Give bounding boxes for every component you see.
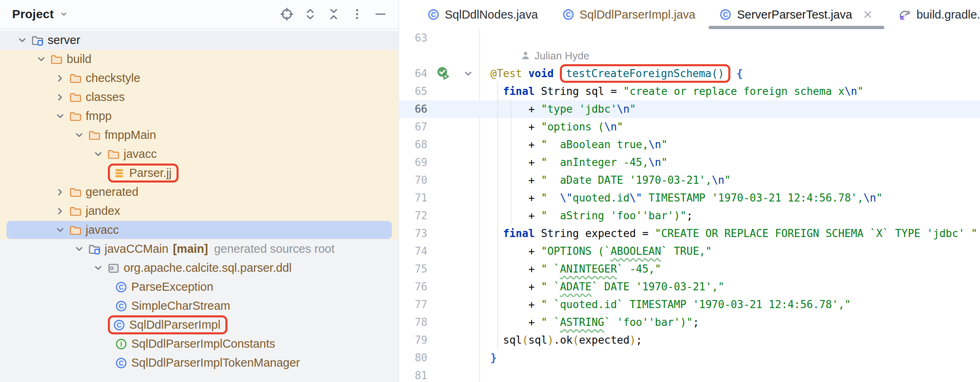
code-line-75[interactable]: 75 + " `ANINTEGER` -45," [399,260,980,278]
code-line-80[interactable]: 80} [399,349,980,367]
chevron-down-icon[interactable] [16,34,28,46]
tree-row-content: Parser.jj [111,166,179,180]
code-line-67[interactable]: 67 + "options (\n" [399,118,980,136]
folder-icon [107,148,120,160]
code-area[interactable]: 63Julian Hyde64@Test void testCreateFore… [399,29,980,382]
tab-sqlddlnodes-java[interactable]: CSqlDdlNodes.java [415,0,550,29]
chevron-right-icon[interactable] [54,205,66,217]
fold-icon [327,8,340,21]
close-tab-icon[interactable] [862,9,873,20]
editor-tab-bar: CSqlDdlNodes.javaCSqlDdlParserImpl.javaC… [399,0,980,29]
ide-window: Project serverbuildcheckstyleclassesfmpp… [0,0,980,382]
line-number: 80 [399,349,427,367]
code-line-78[interactable]: 78 + " `ASTRING` 'foo''bar')"; [399,313,980,331]
line-number: 63 [399,29,427,47]
code-line-70[interactable]: 70 + " aDate DATE '1970-03-21',\n" [399,171,980,189]
tree-row-sqlddlparserimpltokenmanager[interactable]: CSqlDdlParserImplTokenManager [0,353,398,372]
chevron-down-icon[interactable] [54,110,66,122]
code-line-69[interactable]: 69 + " anInteger -45,\n" [399,153,980,171]
tree-item-label: fmpp [86,109,111,123]
folder-icon [69,110,82,122]
tree-row-checkstyle[interactable]: checkstyle [0,69,398,88]
code-text: + "OPTIONS (`ABOOLEAN` TRUE," [490,242,712,260]
chevron-down-icon[interactable] [73,129,85,141]
tree-item-suffix: generated sources root [214,242,334,256]
tree-row-fmppmain[interactable]: fmppMain [0,126,398,145]
fold-chevron-down-icon[interactable] [462,68,474,80]
chevron-down-icon[interactable] [92,262,104,274]
tree-row-generated[interactable]: generated [0,183,398,201]
tree-row-fmpp[interactable]: fmpp [0,107,398,126]
chevron-right-icon[interactable] [54,186,66,198]
tree-row-build[interactable]: build [0,50,398,69]
tab-sqlddlparserimpl-java[interactable]: CSqlDdlParserImpl.java [550,0,708,29]
tree-row-parser-jj[interactable]: Parser.jj [0,164,398,183]
active-tab-underline [709,26,884,29]
author-name: Julian Hyde [534,50,589,62]
more-options-button[interactable] [350,7,364,21]
line-number: 64 [399,65,427,82]
tree-item-label: javaCCMain [105,242,168,256]
code-text: @Test void testCreateForeignSchema() { [490,65,743,82]
code-line-76[interactable]: 76 + " `ADATE` DATE '1970-03-21'," [399,278,980,296]
code-line-74[interactable]: 74 + "OPTIONS (`ABOOLEAN` TRUE," [399,242,980,260]
tree-row-javacc[interactable]: javacc [0,145,398,164]
tree-row-sqlddlparserimplconstants[interactable]: ISqlDdlParserImplConstants [0,334,398,353]
code-text: + " aString 'foo''bar')"; [490,207,693,225]
folder-icon [69,224,82,236]
line-number: 72 [399,207,427,225]
chevron-right-icon[interactable] [54,72,66,84]
tree-item-label: SqlDdlParserImplTokenManager [131,356,300,369]
chevron-down-icon[interactable] [59,9,69,19]
collapse-all-button[interactable] [326,7,341,21]
code-line-71[interactable]: 71 + " \"quoted.id\" TIMESTAMP '1970-03-… [399,189,980,207]
tree-item-label: fmppMain [105,128,156,142]
code-line-77[interactable]: 77 + " `quoted.id` TIMESTAMP '1970-03-21… [399,296,980,313]
chevron-right-icon[interactable] [54,91,66,103]
interface-icon: I [115,338,127,350]
svg-text:C: C [119,359,124,367]
tree-row-jandex[interactable]: jandex [0,201,398,220]
code-line-72[interactable]: 72 + " aString 'foo''bar')"; [399,207,980,225]
project-panel-toolbar [280,7,388,21]
code-line-66[interactable]: 66 + "type 'jdbc'\n" [399,100,980,118]
code-line-73[interactable]: 73 final String expected = "CREATE OR RE… [399,225,980,242]
locate-file-button[interactable] [280,7,294,21]
minus-icon [374,8,387,21]
run-test-passed-icon[interactable] [436,66,451,81]
tree-row-org-apache-calcite-sql-parser-ddl[interactable]: org.apache.calcite.sql.parser.ddl [0,258,398,277]
chevron-down-icon[interactable] [92,148,104,160]
line-number: 81 [399,367,427,382]
svg-text:C: C [566,11,570,19]
code-line-68[interactable]: 68 + " aBoolean true,\n" [399,136,980,153]
tree-row-javaccmain[interactable]: javaCCMain[main]generated sources root [0,239,398,258]
class-icon: C [115,281,127,293]
tree-row-server[interactable]: server [0,31,398,50]
code-author-inlay[interactable]: Julian Hyde [399,47,980,65]
code-line-63[interactable]: 63 [399,29,980,47]
tree-row-simplecharstream[interactable]: CSimpleCharStream [0,296,398,315]
tree-item-label: SqlDdlParserImpl [129,318,221,332]
code-line-64[interactable]: 64@Test void testCreateForeignSchema() { [399,65,980,82]
code-line-79[interactable]: 79 sql(sql).ok(expected); [399,331,980,349]
jjfile-icon [113,167,125,179]
code-line-81[interactable]: 81 [399,367,980,382]
tree-item-label: javacc [124,147,157,161]
code-line-65[interactable]: 65 final String sql = "create or replace… [399,82,980,100]
tree-row-parseexception[interactable]: CParseException [0,277,398,296]
tree-row-classes[interactable]: classes [0,88,398,107]
tab-serverparsertest-java[interactable]: CServerParserTest.java [707,0,885,29]
tab-label: ServerParserTest.java [737,8,852,21]
tree-row-sqlddlparserimpl[interactable]: CSqlDdlParserImpl [0,315,398,334]
tree-row-javacc[interactable]: javacc [0,220,398,239]
project-tree: serverbuildcheckstyleclassesfmppfmppMain… [0,31,398,382]
hide-panel-button[interactable] [373,7,388,21]
code-text: + " aBoolean true,\n" [490,136,667,153]
code-text: + " anInteger -45,\n" [490,153,667,171]
chevron-down-icon[interactable] [73,243,85,255]
tree-item-label: checkstyle [86,71,140,85]
chevron-down-icon[interactable] [35,53,47,65]
expand-all-button[interactable] [303,7,318,21]
tab-build-gradle-kts[interactable]: build.gradle.kts [885,0,980,29]
chevron-down-icon[interactable] [54,224,66,236]
